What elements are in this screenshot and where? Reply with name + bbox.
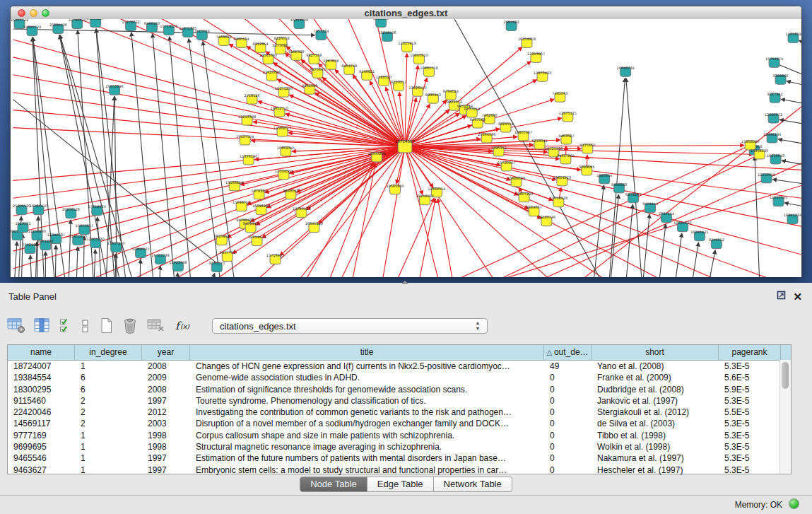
column-header-title[interactable]: title xyxy=(190,345,544,360)
table-column-icon[interactable] xyxy=(34,318,51,334)
graph-node-9242848[interactable]: 9242848 xyxy=(302,83,317,94)
table-row[interactable]: 969969511998Structural magnetic resonanc… xyxy=(8,441,791,452)
graph-node-7625402[interactable]: 7625402 xyxy=(214,234,230,245)
graph-node-19756928[interactable]: 19756928 xyxy=(550,197,567,207)
cell[interactable]: 2 xyxy=(75,395,142,407)
cell[interactable]: de Silva et al. (2003) xyxy=(592,418,719,429)
graph-node-3824554[interactable]: 3824554 xyxy=(498,122,514,132)
graph-node-19166852[interactable]: 19166852 xyxy=(225,180,243,191)
table-row[interactable]: 1456911722003Disruption of a novel membe… xyxy=(8,418,791,429)
panel-divider-handle[interactable] xyxy=(401,281,408,284)
cell[interactable]: Wolkin et al. (1998) xyxy=(592,441,719,452)
graph-node-9146821[interactable]: 9146821 xyxy=(359,69,375,80)
cell[interactable]: 2008 xyxy=(142,384,190,395)
graph-node-16914479[interactable]: 16914479 xyxy=(248,235,266,245)
cell[interactable]: Changes of HCN gene expression and I(f) … xyxy=(190,361,544,372)
cell[interactable]: 5.5E-5 xyxy=(719,407,781,418)
graph-node-1640954[interactable]: 1640954 xyxy=(596,173,612,184)
graph-node-12034560[interactable]: 12034560 xyxy=(275,169,293,180)
cell[interactable]: 2 xyxy=(75,407,142,418)
graph-node-12749010[interactable]: 12749010 xyxy=(69,19,86,28)
cell[interactable]: 2003 xyxy=(142,418,190,429)
cell[interactable]: Corpus callosum shape and size in male p… xyxy=(190,430,544,441)
graph-node-8275080[interactable]: 8275080 xyxy=(272,43,288,54)
table-row[interactable]: 1872400712008Changes of HCN gene express… xyxy=(8,361,791,372)
graph-node-7463822[interactable]: 7463822 xyxy=(216,35,232,45)
cell[interactable]: Yano et al. (2008) xyxy=(592,361,719,372)
graph-node-6497568[interactable]: 6497568 xyxy=(470,117,486,128)
graph-node-16210643[interactable]: 16210643 xyxy=(767,153,784,164)
cell[interactable]: 18300295 xyxy=(8,384,75,395)
cell[interactable]: 5.3E-5 xyxy=(719,418,781,429)
cell[interactable]: 5.3E-5 xyxy=(719,452,781,464)
cell[interactable]: 5.3E-5 xyxy=(719,441,781,452)
graph-node-2718126[interactable]: 2718126 xyxy=(245,93,260,104)
graph-node-20691406[interactable]: 20691406 xyxy=(49,23,67,33)
graph-node-7957224[interactable]: 7957224 xyxy=(313,29,329,40)
graph-node-5878334[interactable]: 5878334 xyxy=(251,189,266,199)
graph-node-15716485[interactable]: 15716485 xyxy=(266,253,284,264)
graph-node-2935114[interactable]: 2935114 xyxy=(659,211,674,222)
graph-node-6466160[interactable]: 6466160 xyxy=(144,21,160,32)
cell[interactable]: 9777169 xyxy=(8,430,75,441)
tab-edge-table[interactable]: Edge Table xyxy=(367,477,434,492)
stacked-cells-icon[interactable] xyxy=(81,318,90,334)
graph-node-8960124[interactable]: 8960124 xyxy=(234,37,249,47)
table-row[interactable]: 946362711997Embryonic stem cells: a mode… xyxy=(8,465,791,476)
cell[interactable]: 0 xyxy=(544,418,592,429)
cell[interactable]: 1997 xyxy=(142,465,190,476)
graph-node-19218506[interactable]: 19218506 xyxy=(378,30,396,41)
cell[interactable]: 0 xyxy=(544,372,592,383)
cell[interactable]: 0 xyxy=(544,430,592,441)
cell[interactable]: Estimation of significance thresholds fo… xyxy=(190,384,544,395)
column-header-out_de[interactable]: △ out_de… xyxy=(544,345,592,360)
cell[interactable]: Structural magnetic resonance image aver… xyxy=(190,441,544,452)
cell[interactable]: 5.3E-5 xyxy=(719,395,781,407)
graph-node-12975115[interactable]: 12975115 xyxy=(559,111,577,122)
table-row[interactable]: 911546021997Tourette syndrome. Phenomeno… xyxy=(8,395,791,407)
graph-node-9960103[interactable]: 9960103 xyxy=(283,189,298,199)
graph-node-16154808[interactable]: 16154808 xyxy=(518,37,536,47)
graph-node-9699695[interactable]: 9699695 xyxy=(579,165,594,175)
cell[interactable]: 1998 xyxy=(142,441,190,452)
cell[interactable]: 5.3E-5 xyxy=(719,465,781,476)
column-checklist-icon[interactable] xyxy=(59,318,72,334)
cell[interactable]: 5.3E-5 xyxy=(719,430,781,441)
graph-node-94957864[interactable]: 94957864 xyxy=(557,153,575,164)
column-header-short[interactable]: short xyxy=(592,345,719,360)
graph-node-9135570[interactable]: 9135570 xyxy=(209,261,225,271)
graph-node-1121304[interactable]: 1121304 xyxy=(785,32,801,42)
graph-node-16941234[interactable]: 16941234 xyxy=(784,213,801,223)
graph-node-10590123[interactable]: 10590123 xyxy=(293,206,310,217)
graph-node-7485063[interactable]: 7485063 xyxy=(552,91,567,102)
graph-node-7702180[interactable]: 7702180 xyxy=(22,243,37,253)
graph-node-20364436[interactable]: 20364436 xyxy=(478,132,495,143)
cell[interactable]: Disruption of a novel member of a sodium… xyxy=(190,418,544,429)
graph-node-8990443[interactable]: 8990443 xyxy=(425,93,441,103)
cell[interactable]: Genome-wide association studies in ADHD. xyxy=(190,372,544,383)
graph-node-11376190[interactable]: 11376190 xyxy=(240,154,257,165)
graph-node-9245012[interactable]: 9245012 xyxy=(709,238,724,248)
graph-node-10862345[interactable]: 10862345 xyxy=(277,146,295,156)
graph-node-12010345[interactable]: 12010345 xyxy=(770,196,787,206)
graph-node-9463627[interactable]: 9463627 xyxy=(558,134,574,144)
cell[interactable]: 9465546 xyxy=(8,452,75,464)
graph-node-8220357[interactable]: 8220357 xyxy=(391,80,406,90)
cell[interactable]: Franke et al. (2009) xyxy=(592,372,719,383)
network-canvas[interactable]: 1605572414055724206914061274901010953257… xyxy=(11,19,801,277)
graph-node-8454749[interactable]: 8454749 xyxy=(341,64,357,74)
graph-node-18612110[interactable]: 18612110 xyxy=(271,106,288,117)
delete-table-icon[interactable] xyxy=(147,318,165,334)
cell[interactable]: Stergiakouli et al. (2012) xyxy=(592,407,719,418)
cell[interactable]: 1998 xyxy=(142,430,190,441)
graph-node-12505130[interactable]: 12505130 xyxy=(87,237,105,247)
graph-node-7515526[interactable]: 7515526 xyxy=(194,29,210,40)
table-gear-icon[interactable] xyxy=(7,318,25,334)
graph-node-6879197[interactable]: 6879197 xyxy=(625,192,641,203)
table-row[interactable]: 1830029562008Estimation of significance … xyxy=(8,384,791,395)
table-row[interactable]: 2242004622012Investigating the contribut… xyxy=(8,407,791,418)
graph-node-8813054[interactable]: 8813054 xyxy=(373,19,389,27)
new-document-icon[interactable] xyxy=(99,317,113,334)
graph-node-9474444[interactable]: 9474444 xyxy=(642,201,658,212)
cell[interactable]: Jankovic et al. (1997) xyxy=(592,395,719,407)
